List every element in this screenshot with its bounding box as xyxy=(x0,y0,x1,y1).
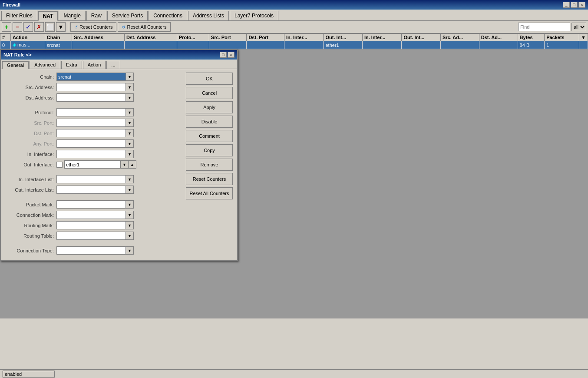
out-interface-list-dropdown-button[interactable]: ▼ xyxy=(126,186,134,194)
connection-mark-dropdown-button[interactable]: ▼ xyxy=(126,211,134,219)
dialog-tab-general[interactable]: General xyxy=(2,61,29,69)
disable-button[interactable]: ✗ xyxy=(34,22,44,32)
src-address-dropdown-button[interactable]: ▼ xyxy=(126,83,134,91)
tab-mangle[interactable]: Mangle xyxy=(59,11,85,20)
in-interface-list-input[interactable] xyxy=(56,175,126,183)
tab-service-ports[interactable]: Service Ports xyxy=(107,11,148,20)
dialog-tab-action[interactable]: Action xyxy=(83,61,106,69)
reset-counters-dialog-button[interactable]: Reset Counters xyxy=(186,173,233,185)
minimize-button[interactable]: _ xyxy=(563,2,570,8)
out-interface-group: ▼ ▲ xyxy=(56,160,136,169)
dst-address-input[interactable] xyxy=(56,93,126,102)
remove-button[interactable]: − xyxy=(13,22,22,32)
tab-raw[interactable]: Raw xyxy=(86,11,106,20)
reset-all-counters-dialog-button[interactable]: Reset All Counters xyxy=(186,187,233,199)
dst-port-input[interactable] xyxy=(56,129,126,137)
dialog-tab-advanced[interactable]: Advanced xyxy=(30,61,60,69)
remove-button[interactable]: Remove xyxy=(186,159,233,171)
dst-address-dropdown-button[interactable]: ▼ xyxy=(126,93,134,102)
find-input[interactable] xyxy=(518,23,570,31)
out-interface-up-button[interactable]: ▲ xyxy=(129,160,136,169)
out-interface-checkbox[interactable] xyxy=(56,162,63,168)
comment-button[interactable]: Comment xyxy=(186,130,233,142)
packet-mark-dropdown-button[interactable]: ▼ xyxy=(126,200,134,209)
window-controls[interactable]: _ □ × xyxy=(563,2,585,8)
col-header-in-inter2[interactable]: In. Inter... xyxy=(362,34,401,41)
packet-mark-input[interactable] xyxy=(56,200,126,209)
close-button[interactable]: × xyxy=(578,2,585,8)
col-header-out-int2[interactable]: Out. Int... xyxy=(402,34,440,41)
in-interface-list-dropdown-button[interactable]: ▼ xyxy=(126,175,134,183)
src-port-input[interactable] xyxy=(56,119,126,127)
toolbar: + − ✓ ✗ ⬜ ▼ ↺ Reset Counters ↺ Reset All… xyxy=(0,21,588,33)
add-button[interactable]: + xyxy=(2,22,11,32)
connection-type-dropdown-button[interactable]: ▼ xyxy=(126,246,134,255)
src-address-input[interactable] xyxy=(56,83,126,91)
src-port-dropdown-button[interactable]: ▼ xyxy=(126,119,134,127)
col-header-chain[interactable]: Chain xyxy=(45,34,72,41)
chain-label: Chain: xyxy=(4,74,56,80)
out-interface-list-input-group: ▼ xyxy=(56,186,134,194)
col-header-src-address[interactable]: Src. Address xyxy=(72,34,125,41)
chain-input[interactable] xyxy=(56,73,126,81)
dialog-controls[interactable]: □ × xyxy=(220,52,235,58)
protocol-input[interactable] xyxy=(56,108,126,116)
connection-type-input[interactable] xyxy=(56,246,126,255)
routing-table-input-group: ▼ xyxy=(56,232,134,240)
tab-connections[interactable]: Connections xyxy=(149,11,187,20)
routing-mark-dropdown-button[interactable]: ▼ xyxy=(126,221,134,229)
reset-counters-button[interactable]: ↺ Reset Counters xyxy=(70,22,116,32)
dialog-tab-extra[interactable]: Extra xyxy=(61,61,82,69)
any-port-input[interactable] xyxy=(56,139,126,148)
col-header-expand[interactable]: ▼ xyxy=(579,34,588,41)
protocol-label: Protocol: xyxy=(4,110,56,115)
col-header-proto[interactable]: Proto... xyxy=(177,34,209,41)
dialog-restore-button[interactable]: □ xyxy=(220,52,227,58)
tab-layer7-protocols[interactable]: Layer7 Protocols xyxy=(230,11,278,20)
protocol-dropdown-button[interactable]: ▼ xyxy=(126,108,134,116)
tab-filter-rules[interactable]: Filter Rules xyxy=(1,11,37,20)
cancel-button[interactable]: Cancel xyxy=(186,87,233,99)
col-header-src-port[interactable]: Src. Port xyxy=(209,34,247,41)
out-interface-dropdown-button[interactable]: ▼ xyxy=(121,160,129,169)
out-interface-input[interactable] xyxy=(64,160,121,169)
find-filter-dropdown[interactable]: all xyxy=(571,23,586,31)
dst-port-dropdown-button[interactable]: ▼ xyxy=(126,129,134,137)
apply-button[interactable]: Apply xyxy=(186,101,233,113)
ok-button[interactable]: OK xyxy=(186,73,233,85)
out-interface-list-input[interactable] xyxy=(56,186,126,194)
routing-table-dropdown-button[interactable]: ▼ xyxy=(126,232,134,240)
col-header-in-inter[interactable]: In. Inter... xyxy=(284,34,324,41)
col-header-src-ad[interactable]: Src. Ad... xyxy=(440,34,479,41)
in-interface-input[interactable] xyxy=(56,150,126,158)
dialog-tab-more[interactable]: ... xyxy=(106,61,120,69)
enable-button[interactable]: ✓ xyxy=(23,22,33,32)
col-header-out-int[interactable]: Out. Int... xyxy=(324,34,362,41)
copy-button-tb[interactable]: ⬜ xyxy=(45,22,55,32)
reset-all-counters-button[interactable]: ↺ Reset All Counters xyxy=(118,22,170,32)
routing-mark-input[interactable] xyxy=(56,221,126,229)
col-header-dst-ad[interactable]: Dst. Ad... xyxy=(479,34,518,41)
col-header-action[interactable]: Action xyxy=(10,34,45,41)
tab-address-lists[interactable]: Address Lists xyxy=(188,11,229,20)
col-header-num[interactable]: # xyxy=(0,34,11,41)
tab-nat[interactable]: NAT xyxy=(38,11,58,21)
connection-mark-input[interactable] xyxy=(56,211,126,219)
dst-address-row: Dst. Address: ▼ xyxy=(4,93,182,102)
dialog-body: Chain: ▼ Src. Address: ▼ Dst. xyxy=(1,69,237,260)
filter-button[interactable]: ▼ xyxy=(56,22,66,32)
in-interface-dropdown-button[interactable]: ▼ xyxy=(126,150,134,158)
cell-bytes: 84 B xyxy=(518,41,545,49)
any-port-dropdown-button[interactable]: ▼ xyxy=(126,139,134,148)
col-header-bytes[interactable]: Bytes xyxy=(518,34,545,41)
chain-dropdown-button[interactable]: ▼ xyxy=(126,73,134,81)
col-header-dst-address[interactable]: Dst. Address xyxy=(125,34,177,41)
col-header-dst-port[interactable]: Dst. Port xyxy=(247,34,284,41)
routing-table-input[interactable] xyxy=(56,232,126,240)
disable-button[interactable]: Disable xyxy=(186,116,233,128)
copy-dialog-button[interactable]: Copy xyxy=(186,144,233,156)
maximize-button[interactable]: □ xyxy=(571,2,578,8)
table-row[interactable]: 0 ◈ mas... srcnat ether1 84 B 1 xyxy=(0,41,588,49)
dialog-close-button[interactable]: × xyxy=(228,52,235,58)
col-header-packets[interactable]: Packets xyxy=(545,34,579,41)
